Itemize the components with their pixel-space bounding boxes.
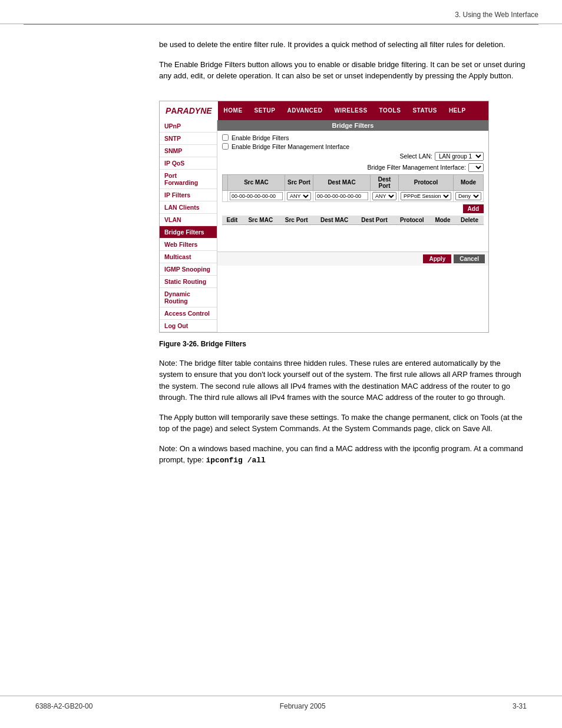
col-protocol: Protocol bbox=[399, 174, 454, 190]
enable-mgmt-interface-label: Enable Bridge Filter Management Interfac… bbox=[232, 143, 349, 150]
select-lan-label: Select LAN: bbox=[400, 153, 432, 160]
sidebar-item-logout[interactable]: Log Out bbox=[160, 320, 217, 332]
result-col-edit: Edit bbox=[222, 216, 242, 225]
panel-footer: Apply Cancel bbox=[217, 252, 488, 266]
select-lan-dropdown[interactable]: LAN group 1 bbox=[435, 152, 484, 161]
cancel-button[interactable]: Cancel bbox=[454, 254, 485, 263]
sidebar-item-portforwarding[interactable]: Port Forwarding bbox=[160, 170, 217, 189]
mgmt-interface-label: Bridge Filter Management Interface: bbox=[368, 164, 467, 171]
filter-entry-table: Src MAC Src Port Dest MAC Dest Port Prot… bbox=[222, 174, 484, 202]
paragraph1: be used to delete the entire filter rule… bbox=[159, 39, 527, 51]
nav-help[interactable]: HELP bbox=[443, 101, 472, 120]
sidebar-item-ipqos[interactable]: IP QoS bbox=[160, 157, 217, 170]
result-col-mode: Mode bbox=[430, 216, 455, 225]
router-ui-screenshot: PARADYNE HOME SETUP ADVANCED WIRELESS TO… bbox=[159, 101, 489, 333]
note3: Note: On a windows based machine, you ca… bbox=[159, 443, 527, 466]
sidebar-item-ipfilters[interactable]: IP Filters bbox=[160, 189, 217, 201]
sidebar-item-multicast[interactable]: Multicast bbox=[160, 251, 217, 263]
col-dest-port: Dest Port bbox=[371, 174, 399, 190]
sidebar-item-staticrouting[interactable]: Static Routing bbox=[160, 276, 217, 288]
result-col-src-port: Src Port bbox=[279, 216, 314, 225]
nav-setup[interactable]: SETUP bbox=[249, 101, 282, 120]
select-lan-row: Select LAN: LAN group 1 bbox=[222, 152, 484, 161]
nav-wireless[interactable]: WIRELESS bbox=[328, 101, 373, 120]
col-src-port: Src Port bbox=[285, 174, 313, 190]
paragraph2: The Enable Bridge Filters button allows … bbox=[159, 59, 527, 82]
dest-port-select[interactable]: ANY bbox=[372, 192, 396, 200]
section-label: 3. Using the Web Interface bbox=[455, 11, 538, 19]
src-port-select[interactable]: ANY bbox=[287, 192, 311, 200]
figure-caption: Figure 3-26. Bridge Filters bbox=[159, 340, 527, 348]
col-empty bbox=[223, 174, 228, 190]
sidebar-item-sntp[interactable]: SNTP bbox=[160, 133, 217, 145]
note3-code: ipconfig /all bbox=[206, 456, 265, 465]
enable-bridge-filters-checkbox[interactable] bbox=[222, 134, 229, 141]
note2: The Apply button will temporarily save t… bbox=[159, 412, 527, 435]
result-col-src-mac: Src MAC bbox=[242, 216, 279, 225]
results-table: Edit Src MAC Src Port Dest MAC Dest Port… bbox=[222, 216, 484, 249]
result-col-dest-port: Dest Port bbox=[355, 216, 394, 225]
nav-items: HOME SETUP ADVANCED WIRELESS TOOLS STATU… bbox=[218, 101, 472, 120]
router-body: UPnP SNTP SNMP IP QoS Port Forwarding IP… bbox=[160, 120, 488, 332]
main-content: be used to delete the entire filter rule… bbox=[0, 25, 562, 492]
result-col-dest-mac: Dest MAC bbox=[314, 216, 355, 225]
mode-select[interactable]: Deny bbox=[455, 192, 481, 200]
mgmt-interface-row: Bridge Filter Management Interface: bbox=[222, 163, 484, 172]
sidebar-item-igmpsnooping[interactable]: IGMP Snooping bbox=[160, 263, 217, 276]
footer-right: 3-31 bbox=[513, 702, 527, 710]
sidebar-item-lanclients[interactable]: LAN Clients bbox=[160, 201, 217, 214]
enable-mgmt-interface-row: Enable Bridge Filter Management Interfac… bbox=[222, 143, 484, 150]
footer-left: 6388-A2-GB20-00 bbox=[35, 702, 92, 710]
router-sidebar: UPnP SNTP SNMP IP QoS Port Forwarding IP… bbox=[160, 120, 217, 332]
mode-cell: Deny bbox=[454, 190, 484, 201]
nav-home[interactable]: HOME bbox=[218, 101, 249, 120]
apply-button[interactable]: Apply bbox=[423, 254, 451, 263]
mgmt-interface-dropdown[interactable] bbox=[468, 163, 484, 172]
enable-bridge-filters-label: Enable Bridge Filters bbox=[232, 134, 289, 141]
footer-center: February 2005 bbox=[280, 702, 326, 710]
nav-tools[interactable]: TOOLS bbox=[373, 101, 407, 120]
src-mac-input-cell bbox=[228, 190, 285, 201]
dest-mac-input[interactable] bbox=[315, 192, 368, 200]
protocol-select[interactable]: PPPoE Session bbox=[401, 192, 451, 200]
src-mac-input[interactable] bbox=[230, 192, 283, 200]
sidebar-item-webfilters[interactable]: Web Filters bbox=[160, 239, 217, 251]
sidebar-item-snmp[interactable]: SNMP bbox=[160, 145, 217, 157]
row-empty-cell bbox=[223, 190, 228, 201]
router-main-panel: Bridge Filters Enable Bridge Filters Ena… bbox=[217, 120, 488, 332]
result-col-protocol: Protocol bbox=[394, 216, 430, 225]
col-dest-mac: Dest MAC bbox=[313, 174, 371, 190]
sidebar-item-upnp[interactable]: UPnP bbox=[160, 120, 217, 133]
page-footer: 6388-A2-GB20-00 February 2005 3-31 bbox=[0, 696, 562, 710]
col-mode: Mode bbox=[454, 174, 484, 190]
src-port-cell: ANY bbox=[285, 190, 313, 201]
note1: Note: The bridge filter table contains t… bbox=[159, 358, 527, 403]
sidebar-item-bridgefilters[interactable]: Bridge Filters bbox=[160, 226, 217, 239]
enable-bridge-filters-row: Enable Bridge Filters bbox=[222, 134, 484, 141]
router-navbar: PARADYNE HOME SETUP ADVANCED WIRELESS TO… bbox=[160, 101, 488, 120]
dest-port-cell: ANY bbox=[371, 190, 399, 201]
result-col-delete: Delete bbox=[455, 216, 484, 225]
panel-body: Enable Bridge Filters Enable Bridge Filt… bbox=[217, 131, 488, 252]
nav-advanced[interactable]: ADVANCED bbox=[281, 101, 328, 120]
sidebar-item-accesscontrol[interactable]: Access Control bbox=[160, 307, 217, 320]
protocol-cell: PPPoE Session bbox=[399, 190, 454, 201]
dest-mac-input-cell bbox=[313, 190, 371, 201]
nav-status[interactable]: STATUS bbox=[406, 101, 443, 120]
empty-row bbox=[222, 224, 484, 248]
sidebar-item-vlan[interactable]: VLAN bbox=[160, 214, 217, 226]
enable-mgmt-interface-checkbox[interactable] bbox=[222, 143, 229, 150]
panel-title: Bridge Filters bbox=[217, 120, 488, 131]
col-src-mac: Src MAC bbox=[228, 174, 285, 190]
sidebar-item-dynamicrouting[interactable]: Dynamic Routing bbox=[160, 288, 217, 307]
add-button[interactable]: Add bbox=[463, 204, 484, 213]
router-logo: PARADYNE bbox=[160, 101, 218, 120]
page-header: 3. Using the Web Interface bbox=[0, 0, 562, 24]
